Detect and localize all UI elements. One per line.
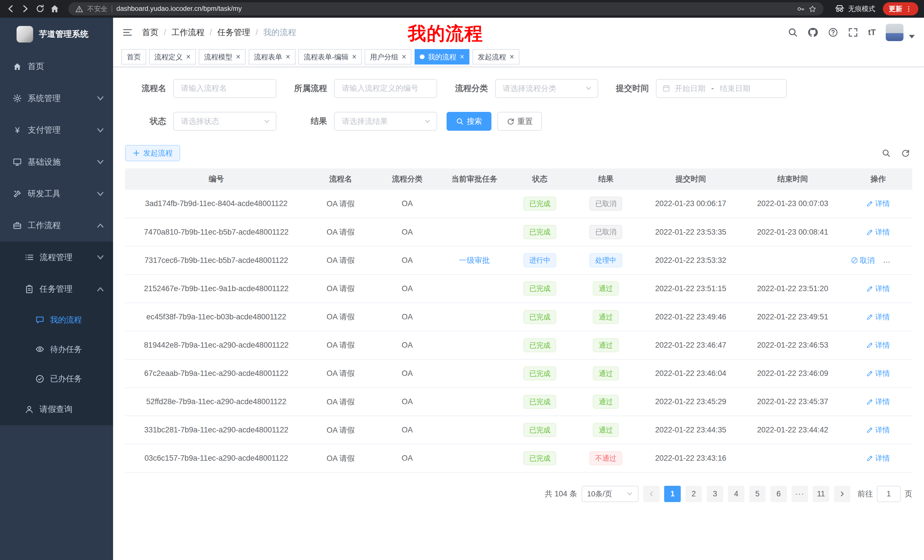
tab-process-model[interactable]: 流程模型× <box>199 49 246 64</box>
bookmark-star-icon[interactable] <box>808 5 816 13</box>
sidebar-item-system-mgmt[interactable]: 系统管理 <box>0 82 113 114</box>
fullscreen-icon[interactable] <box>848 27 858 37</box>
page-button-3[interactable]: 3 <box>707 486 723 502</box>
tab-close-icon[interactable]: × <box>186 53 191 61</box>
browser-update-button[interactable]: 更新 <box>883 2 918 15</box>
result-tag: 通过 <box>593 395 619 409</box>
sidebar-toggle-button[interactable] <box>123 27 132 37</box>
tab-home[interactable]: 首页 <box>122 49 146 64</box>
browser-back-button[interactable] <box>6 4 15 13</box>
cell-result: 通过 <box>572 388 640 416</box>
breadcrumb-item-home[interactable]: 首页 <box>142 27 171 38</box>
page-size-select[interactable]: 10条/页 <box>582 486 638 502</box>
cell-process-id: 7470a810-7b9b-11ec-b5b7-acde48001122 <box>125 218 308 246</box>
cell-category: OA <box>374 218 441 246</box>
result-tag: 已取消 <box>590 225 622 239</box>
detail-link[interactable]: 详情 <box>866 199 890 209</box>
sidebar-item-task-mgmt[interactable]: 任务管理 <box>0 273 113 305</box>
avatar-caret-icon[interactable] <box>909 34 915 40</box>
tab-close-icon[interactable]: × <box>236 53 240 61</box>
page-button-5[interactable]: 5 <box>749 486 766 502</box>
detail-link[interactable]: 详情 <box>866 397 890 407</box>
filter-item-definition: 所属流程 <box>286 79 437 98</box>
tab-my-process[interactable]: 我的流程× <box>415 49 470 64</box>
browser-home-button[interactable] <box>50 4 59 13</box>
detail-link[interactable]: 详情 <box>866 425 890 435</box>
tab-process-form[interactable]: 流程表单× <box>249 49 296 64</box>
password-key-icon[interactable] <box>797 5 805 13</box>
detail-link[interactable]: 详情 <box>866 368 890 379</box>
github-icon[interactable] <box>808 27 818 37</box>
security-warning-icon[interactable] <box>75 5 83 13</box>
sidebar-item-done-task[interactable]: 已办任务 <box>0 364 113 393</box>
submit-time-range-picker[interactable]: 开始日期 - 结束日期 <box>656 79 787 98</box>
sidebar-item-dev-tools[interactable]: 研发工具 <box>0 178 113 210</box>
sidebar-item-leave-query[interactable]: 请假查询 <box>0 394 113 425</box>
process-definition-input[interactable] <box>334 79 437 98</box>
sidebar-item-payment-mgmt[interactable]: ¥支付管理 <box>0 114 113 146</box>
sidebar-item-infrastructure[interactable]: 基础设施 <box>0 146 113 178</box>
cell-end-time: 2022-01-22 23:46:09 <box>741 359 844 388</box>
font-size-icon[interactable]: tT <box>868 28 876 37</box>
reset-button[interactable]: 重置 <box>497 112 542 131</box>
sidebar-item-label: 支付管理 <box>28 124 61 136</box>
tab-close-icon[interactable]: × <box>510 53 514 61</box>
browser-menu-icon[interactable] <box>905 5 912 13</box>
page-button-1[interactable]: 1 <box>664 486 681 502</box>
cancel-link[interactable]: 取消 <box>851 256 874 265</box>
detail-link[interactable]: 详情 <box>866 227 890 237</box>
sidebar-item-home[interactable]: 首页 <box>0 51 113 82</box>
toggle-search-icon[interactable] <box>882 149 891 157</box>
address-bar[interactable]: 不安全 dashboard.yudao.iocoder.cn/bpm/task/… <box>68 2 823 15</box>
page-button-2[interactable]: 2 <box>686 486 702 502</box>
user-avatar[interactable] <box>886 24 903 41</box>
page-more-button[interactable]: ··· <box>792 486 808 502</box>
create-process-button[interactable]: 发起流程 <box>125 145 180 162</box>
tab-close-icon[interactable]: × <box>402 53 406 61</box>
refresh-table-icon[interactable] <box>901 149 910 157</box>
detail-link[interactable]: 详情 <box>866 340 890 350</box>
sidebar-item-workflow[interactable]: 工作流程 <box>0 210 113 241</box>
tab-close-icon[interactable]: × <box>352 53 357 61</box>
tab-process-form-edit[interactable]: 流程表单-编辑× <box>298 49 362 64</box>
filter-row-1: 流程名 所属流程 流程分类 请选择流程分类 提交时间 <box>125 79 913 98</box>
breadcrumb-item-task-mgmt[interactable]: 任务管理 <box>217 27 263 38</box>
prev-page-button[interactable] <box>643 486 660 502</box>
action-label: 详情 <box>875 227 890 237</box>
sidebar-item-my-process[interactable]: 我的流程 <box>0 305 113 334</box>
breadcrumb-item-workflow[interactable]: 工作流程 <box>171 27 217 38</box>
process-name-input[interactable] <box>173 79 276 98</box>
goto-page-input[interactable] <box>877 486 901 502</box>
result-select[interactable]: 请选择流结果 <box>334 112 437 131</box>
detail-link[interactable]: 详情 <box>866 453 890 463</box>
user-icon <box>25 405 34 414</box>
detail-link[interactable]: 详情 <box>866 312 890 322</box>
navbar: 首页 工作流程 任务管理 我的流程 tT <box>113 18 924 47</box>
category-select[interactable]: 请选择流程分类 <box>495 79 598 98</box>
page-button-11[interactable]: 11 <box>813 486 829 502</box>
sidebar-item-process-mgmt[interactable]: 流程管理 <box>0 241 113 273</box>
page-button-6[interactable]: 6 <box>770 486 787 502</box>
detail-link[interactable]: 详情 <box>866 284 890 294</box>
cell-category: OA <box>374 303 441 331</box>
header-search-icon[interactable] <box>788 27 798 37</box>
help-icon[interactable] <box>828 27 838 37</box>
tab-start-process[interactable]: 发起流程× <box>472 49 519 64</box>
chevron-up-icon <box>96 221 105 230</box>
table-row: 03c6c157-7b9a-11ec-a290-acde48001122OA 请… <box>125 444 913 472</box>
next-page-button[interactable] <box>834 486 850 502</box>
status-select[interactable]: 请选择状态 <box>173 112 276 131</box>
column-current-task: 当前审批任务 <box>441 168 508 190</box>
tab-close-icon[interactable]: × <box>460 53 464 61</box>
sidebar-item-label: 待办任务 <box>50 344 82 355</box>
tab-user-group[interactable]: 用户分组× <box>364 49 411 64</box>
page-button-4[interactable]: 4 <box>728 486 744 502</box>
tab-label: 流程模型 <box>204 52 232 61</box>
sidebar-item-todo-task[interactable]: 待办任务 <box>0 334 113 364</box>
browser-forward-button[interactable] <box>21 4 30 13</box>
browser-reload-button[interactable] <box>35 4 45 13</box>
tab-close-icon[interactable]: × <box>286 53 290 61</box>
tab-process-definition[interactable]: 流程定义× <box>149 49 196 64</box>
search-button[interactable]: 搜索 <box>447 112 491 131</box>
current-task-link[interactable]: 一级审批 <box>459 256 490 265</box>
